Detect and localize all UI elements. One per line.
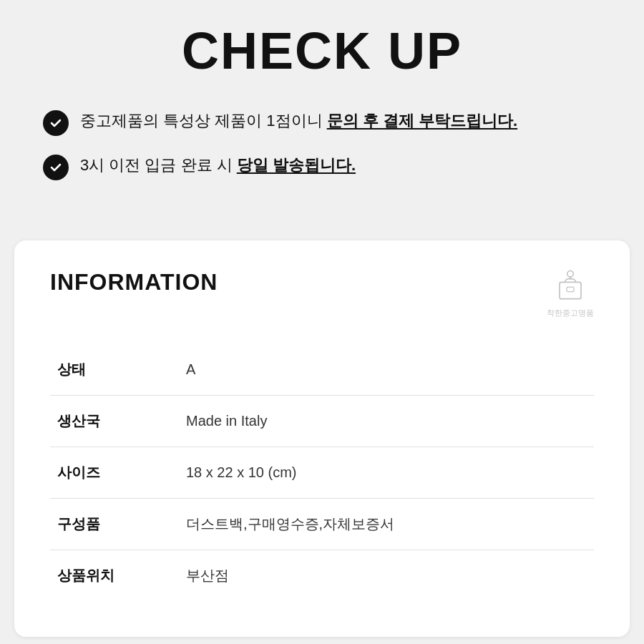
logo-area: 착한중고명품 bbox=[547, 269, 594, 318]
info-header: INFORMATION 착한중고명품 bbox=[50, 269, 594, 318]
info-table: 상태 A 생산국 Made in Italy 사이즈 18 x 22 x 10 … bbox=[50, 344, 594, 601]
value-condition: A bbox=[143, 344, 594, 396]
value-origin: Made in Italy bbox=[143, 396, 594, 447]
svg-rect-1 bbox=[567, 287, 574, 292]
check-text-2-bold: 당일 발송됩니다. bbox=[237, 156, 356, 174]
page-title: CHECK UP bbox=[43, 21, 601, 80]
label-location: 상품위치 bbox=[50, 550, 143, 602]
table-row-size: 사이즈 18 x 22 x 10 (cm) bbox=[50, 447, 594, 499]
label-origin: 생산국 bbox=[50, 396, 143, 447]
value-size: 18 x 22 x 10 (cm) bbox=[143, 447, 594, 499]
table-row-location: 상품위치 부산점 bbox=[50, 550, 594, 602]
checkmark-icon-2 bbox=[43, 155, 69, 180]
value-contents: 더스트백,구매영수증,자체보증서 bbox=[143, 499, 594, 550]
label-size: 사이즈 bbox=[50, 447, 143, 499]
check-text-1: 중고제품의 특성상 제품이 1점이니 문의 후 결제 부탁드립니다. bbox=[80, 109, 517, 132]
logo-text: 착한중고명품 bbox=[547, 308, 594, 318]
table-row-condition: 상태 A bbox=[50, 344, 594, 396]
svg-point-2 bbox=[567, 271, 573, 277]
label-contents: 구성품 bbox=[50, 499, 143, 550]
table-row-contents: 구성품 더스트백,구매영수증,자체보증서 bbox=[50, 499, 594, 550]
information-card: INFORMATION 착한중고명품 상태 A 생산국 Made in Ital… bbox=[14, 240, 630, 637]
checkmark-icon-1 bbox=[43, 110, 69, 136]
check-text-1-normal: 중고제품의 특성상 제품이 1점이니 bbox=[80, 112, 327, 130]
check-item-2: 3시 이전 입금 완료 시 당일 발송됩니다. bbox=[43, 153, 601, 180]
value-location: 부산점 bbox=[143, 550, 594, 602]
check-item-1: 중고제품의 특성상 제품이 1점이니 문의 후 결제 부탁드립니다. bbox=[43, 109, 601, 136]
table-row-origin: 생산국 Made in Italy bbox=[50, 396, 594, 447]
svg-rect-0 bbox=[560, 282, 581, 298]
check-text-2-normal: 3시 이전 입금 완료 시 bbox=[80, 156, 237, 174]
logo-icon bbox=[552, 269, 588, 305]
info-title: INFORMATION bbox=[50, 269, 218, 296]
label-condition: 상태 bbox=[50, 344, 143, 396]
check-text-1-bold: 문의 후 결제 부탁드립니다. bbox=[327, 112, 517, 130]
check-text-2: 3시 이전 입금 완료 시 당일 발송됩니다. bbox=[80, 153, 356, 177]
top-section: CHECK UP 중고제품의 특성상 제품이 1점이니 문의 후 결제 부탁드립… bbox=[0, 0, 644, 226]
